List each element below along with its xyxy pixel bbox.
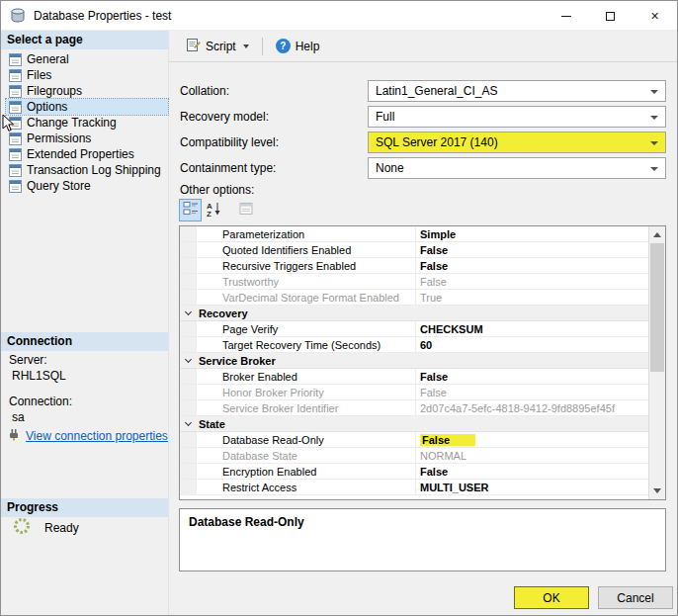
database-icon: [10, 8, 26, 24]
property-value[interactable]: False: [416, 369, 648, 384]
property-name: Service Broker Identifier: [197, 400, 416, 415]
svg-text:Z: Z: [207, 209, 212, 217]
window-controls: ×: [544, 1, 677, 31]
property-value[interactable]: False: [416, 258, 648, 273]
property-grid-rows: Parameterization Simple Quoted Identifie…: [180, 226, 648, 499]
view-connection-properties-row: View connection properties: [7, 427, 168, 444]
property-pages-icon: [238, 201, 254, 220]
property-row[interactable]: Encryption Enabled False: [180, 464, 648, 480]
property-row[interactable]: Quoted Identifiers Enabled False: [180, 242, 648, 258]
sidebar: Select a page General Files Filegroups O…: [1, 31, 169, 615]
sidebar-item-general[interactable]: General: [6, 51, 168, 67]
property-value[interactable]: False: [416, 242, 648, 257]
property-value[interactable]: False: [416, 464, 648, 479]
sidebar-item-permissions[interactable]: Permissions: [6, 131, 168, 146]
title-bar: Database Properties - test ×: [1, 1, 677, 31]
progress-status-text: Ready: [44, 521, 79, 535]
property-name: Target Recovery Time (Seconds): [197, 337, 416, 352]
sidebar-item-options[interactable]: Options: [6, 99, 168, 115]
close-button[interactable]: ×: [633, 1, 677, 31]
script-button[interactable]: Script: [180, 35, 255, 58]
sidebar-item-extended-properties[interactable]: Extended Properties: [6, 146, 168, 162]
page-icon: [9, 117, 22, 130]
containment-type-dropdown[interactable]: None: [368, 157, 666, 179]
page-tree: General Files Filegroups Options Change …: [6, 51, 168, 194]
property-row[interactable]: Recursive Triggers Enabled False: [180, 258, 648, 274]
cancel-button[interactable]: Cancel: [598, 586, 673, 609]
property-value[interactable]: MULTI_USER: [416, 480, 648, 494]
property-row[interactable]: Parameterization Simple: [180, 226, 648, 242]
collapse-icon: [185, 419, 192, 426]
collation-dropdown[interactable]: Latin1_General_CI_AS: [368, 80, 666, 102]
compatibility-level-dropdown[interactable]: SQL Server 2017 (140): [368, 132, 666, 153]
sidebar-item-files[interactable]: Files: [6, 67, 168, 83]
minimize-button[interactable]: [544, 1, 588, 31]
category-row-recovery[interactable]: Recovery: [180, 306, 648, 321]
maximize-button[interactable]: [588, 1, 633, 31]
property-name: Honor Broker Priority: [197, 385, 416, 399]
property-row-database-read-only[interactable]: Database Read-Only False: [180, 432, 648, 448]
category-name: Recovery: [197, 306, 252, 320]
select-a-page-header: Select a page: [1, 31, 169, 49]
property-grid-toolbar: AZ: [179, 198, 257, 221]
compatibility-level-label: Compatibility level:: [180, 135, 368, 149]
property-row[interactable]: Restrict Access MULTI_USER: [180, 480, 648, 495]
page-icon: [9, 101, 22, 114]
connection-value: sa: [12, 410, 25, 424]
property-name: Trustworthy: [197, 274, 416, 289]
help-button[interactable]: ? Help: [270, 36, 326, 56]
sidebar-item-label: Extended Properties: [27, 147, 134, 161]
property-row[interactable]: Page Verify CHECKSUM: [180, 321, 648, 337]
scrollbar-up-button[interactable]: [649, 226, 665, 243]
property-name: Broker Enabled: [197, 369, 416, 384]
containment-type-value: None: [376, 161, 404, 175]
sidebar-item-label: Change Tracking: [27, 116, 117, 130]
property-row: VarDecimal Storage Format Enabled True: [180, 290, 648, 306]
property-description-panel: Database Read-Only: [179, 508, 666, 572]
categorized-button[interactable]: [179, 199, 202, 221]
window-title: Database Properties - test: [34, 9, 171, 23]
property-name: Recursive Triggers Enabled: [197, 258, 416, 273]
property-value[interactable]: CHECKSUM: [416, 321, 648, 336]
property-value: NORMAL: [416, 448, 648, 463]
property-value: False: [416, 274, 648, 289]
scrollbar-down-icon: [653, 488, 661, 493]
sidebar-item-label: Query Store: [27, 179, 91, 193]
sidebar-item-transaction-log-shipping[interactable]: Transaction Log Shipping: [6, 162, 168, 178]
compatibility-level-value: SQL Server 2017 (140): [376, 135, 498, 149]
sidebar-item-change-tracking[interactable]: Change Tracking: [6, 115, 168, 131]
property-value[interactable]: 60: [416, 337, 648, 352]
view-connection-properties-link[interactable]: View connection properties: [26, 429, 168, 443]
other-options-label: Other options:: [180, 183, 254, 197]
page-icon: [9, 164, 22, 177]
scrollbar-thumb[interactable]: [650, 243, 664, 372]
scrollbar-down-button[interactable]: [649, 483, 665, 499]
category-name: State: [197, 416, 229, 431]
property-row: Database State NORMAL: [180, 448, 648, 464]
maximize-icon: [606, 12, 615, 21]
ok-button[interactable]: OK: [514, 586, 589, 609]
grid-scrollbar[interactable]: [648, 226, 665, 499]
property-name: Restrict Access: [197, 480, 416, 494]
sidebar-item-filegroups[interactable]: Filegroups: [6, 83, 168, 99]
collapse-icon: [185, 356, 192, 363]
help-button-label: Help: [296, 40, 320, 53]
recovery-model-dropdown[interactable]: Full: [368, 106, 666, 128]
property-value[interactable]: Simple: [416, 226, 648, 241]
containment-type-row: Containment type: None: [180, 157, 666, 179]
property-row[interactable]: Broker Enabled False: [180, 369, 648, 385]
category-row-service-broker[interactable]: Service Broker: [180, 353, 648, 369]
alphabetical-sort-button[interactable]: AZ: [202, 199, 224, 221]
property-row[interactable]: Target Recovery Time (Seconds) 60: [180, 337, 648, 353]
sidebar-item-query-store[interactable]: Query Store: [6, 178, 168, 194]
server-label: Server:: [9, 353, 47, 367]
options-property-grid: Parameterization Simple Quoted Identifie…: [179, 225, 666, 500]
connection-header: Connection: [1, 332, 169, 351]
sidebar-item-label: Permissions: [27, 132, 91, 145]
server-value: RHL1SQL: [12, 369, 66, 383]
page-icon: [9, 132, 22, 145]
alphabetical-sort-icon: AZ: [206, 201, 221, 220]
property-value[interactable]: False: [420, 434, 475, 446]
category-row-state[interactable]: State: [180, 416, 648, 432]
compatibility-level-row: Compatibility level: SQL Server 2017 (14…: [180, 132, 666, 153]
